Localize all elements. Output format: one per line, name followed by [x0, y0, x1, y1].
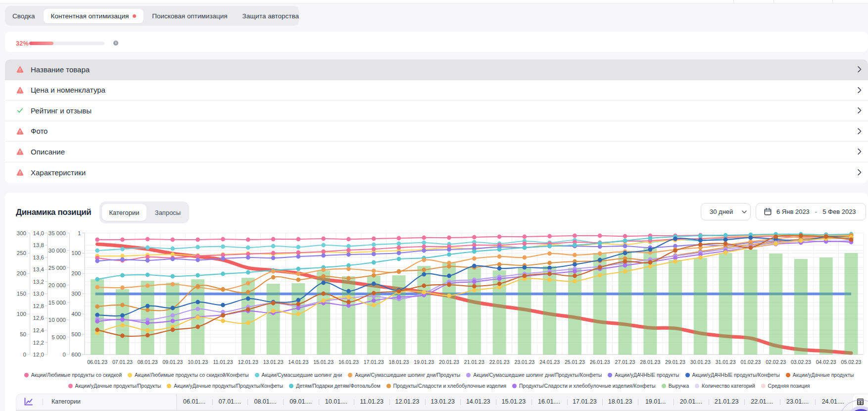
svg-text:150: 150	[17, 291, 26, 297]
svg-text:08.01.23: 08.01.23	[138, 359, 158, 365]
svg-text:35 000: 35 000	[48, 230, 66, 236]
svg-text:13,2: 13,2	[33, 279, 44, 285]
svg-text:25.01.23: 25.01.23	[565, 359, 585, 365]
svg-text:100: 100	[71, 250, 81, 256]
svg-text:15 000: 15 000	[48, 300, 66, 306]
svg-text:02.02.23: 02.02.23	[766, 359, 786, 365]
svg-text:13,6: 13,6	[33, 255, 44, 260]
svg-text:05.02.23: 05.02.23	[841, 359, 862, 365]
svg-text:300: 300	[71, 291, 81, 297]
svg-text:250: 250	[17, 250, 26, 256]
svg-text:400: 400	[71, 311, 81, 317]
svg-text:01.02.23: 01.02.23	[740, 359, 761, 365]
svg-text:27.01.23: 27.01.23	[615, 359, 635, 365]
svg-text:12,4: 12,4	[33, 327, 45, 333]
svg-text:12,8: 12,8	[33, 303, 44, 309]
svg-text:15.01.23: 15.01.23	[313, 359, 334, 365]
svg-text:04.02.23: 04.02.23	[816, 359, 836, 365]
svg-text:12,6: 12,6	[33, 315, 44, 321]
svg-text:1: 1	[78, 230, 81, 236]
svg-text:5 000: 5 000	[51, 334, 66, 340]
svg-text:200: 200	[17, 270, 26, 276]
svg-text:21.01.23: 21.01.23	[464, 359, 484, 365]
svg-text:24.01.23: 24.01.23	[539, 359, 560, 365]
svg-text:31.01.23: 31.01.23	[716, 359, 736, 365]
svg-text:11.01.23: 11.01.23	[213, 359, 233, 365]
svg-text:600: 600	[71, 352, 81, 358]
svg-text:200: 200	[71, 270, 81, 276]
svg-text:09.01.23: 09.01.23	[162, 359, 183, 365]
svg-text:13,8: 13,8	[33, 242, 44, 248]
svg-text:13.01.23: 13.01.23	[263, 359, 284, 365]
svg-text:13,4: 13,4	[33, 266, 45, 272]
svg-text:14,0: 14,0	[33, 230, 44, 236]
svg-text:06.01.23: 06.01.23	[87, 359, 107, 365]
svg-text:16.01.23: 16.01.23	[338, 359, 359, 365]
svg-text:14.01.23: 14.01.23	[288, 359, 308, 365]
svg-text:26.01.23: 26.01.23	[590, 359, 610, 365]
svg-text:50: 50	[20, 331, 26, 337]
svg-text:300: 300	[17, 230, 26, 236]
svg-text:20 000: 20 000	[48, 282, 66, 288]
svg-text:17.01.23: 17.01.23	[364, 359, 384, 365]
svg-text:12.01.23: 12.01.23	[238, 359, 258, 365]
svg-text:30 000: 30 000	[48, 248, 66, 254]
svg-text:20.01.23: 20.01.23	[439, 359, 459, 365]
svg-text:18.01.23: 18.01.23	[389, 359, 409, 365]
svg-text:13,0: 13,0	[33, 291, 44, 297]
svg-text:12,0: 12,0	[33, 352, 44, 358]
svg-text:07.01.23: 07.01.23	[112, 359, 133, 365]
svg-text:03.02.23: 03.02.23	[791, 359, 811, 365]
svg-text:28.01.23: 28.01.23	[640, 359, 660, 365]
svg-text:100: 100	[17, 311, 26, 317]
svg-text:22.01.23: 22.01.23	[489, 359, 510, 365]
svg-text:23.01.23: 23.01.23	[514, 359, 534, 365]
svg-text:12,2: 12,2	[33, 340, 44, 346]
svg-text:10.01.23: 10.01.23	[188, 359, 208, 365]
svg-text:30.01.23: 30.01.23	[690, 359, 711, 365]
svg-text:10 000: 10 000	[48, 317, 66, 323]
svg-text:29.01.23: 29.01.23	[665, 359, 685, 365]
svg-text:0: 0	[23, 352, 26, 358]
svg-text:500: 500	[71, 331, 81, 337]
svg-text:0: 0	[63, 352, 66, 358]
svg-text:19.01.23: 19.01.23	[414, 359, 434, 365]
svg-text:25 000: 25 000	[48, 265, 66, 271]
